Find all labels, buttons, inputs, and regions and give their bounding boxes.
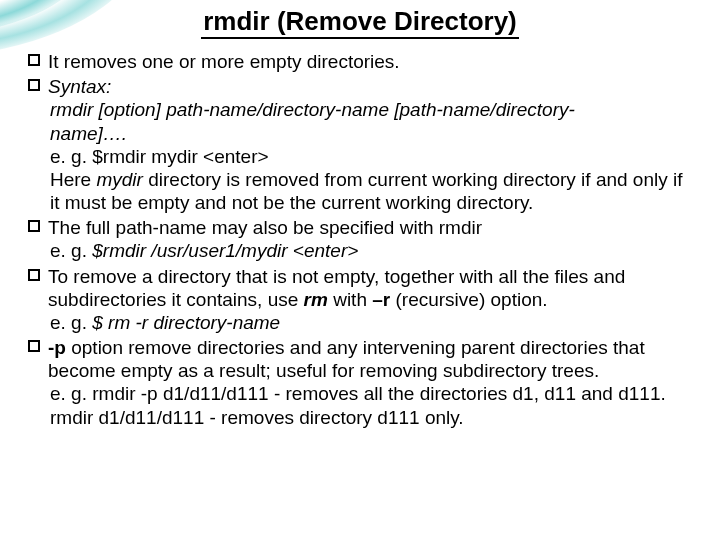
bullet-square-icon [28, 269, 40, 281]
example-line: e. g. rmdir -p d1/d11/d111 - removes all… [50, 382, 696, 405]
eg-prefix: e. g. [50, 240, 92, 261]
syntax-line: name]…. [50, 122, 696, 145]
bullet-item: It removes one or more empty directories… [28, 50, 696, 73]
bullet-item: Syntax: rmdir [option] path-name/directo… [28, 75, 696, 214]
bullet-text: It removes one or more empty directories… [48, 50, 696, 73]
example-line: e. g. $rmdir /usr/user1/mydir <enter> [50, 239, 696, 262]
bullet-text: Syntax: [48, 75, 696, 98]
bullet-text: To remove a directory that is not empty,… [48, 265, 696, 311]
slide-title: rmdir (Remove Directory) [0, 6, 720, 37]
bullet-square-icon [28, 79, 40, 91]
bullet-square-icon [28, 54, 40, 66]
line-part: with [328, 289, 372, 310]
syntax-text: name]…. [50, 123, 127, 144]
bullet-square-icon [28, 340, 40, 352]
example-line: e. g. $rmdir mydir <enter> [50, 145, 696, 168]
example-line: e. g. $ rm -r directory-name [50, 311, 696, 334]
bullet-text: -p option remove directories and any int… [48, 336, 696, 382]
syntax-label: Syntax: [48, 76, 111, 97]
example-line: rmdir d1/d11/d111 - removes directory d1… [50, 406, 696, 429]
bullet-item: -p option remove directories and any int… [28, 336, 696, 429]
bullet-item: The full path-name may also be specified… [28, 216, 696, 262]
desc-part: Here [50, 169, 96, 190]
line-part: option remove directories and any interv… [48, 337, 645, 381]
rm-keyword: rm [304, 289, 328, 310]
eg-prefix: e. g. [50, 146, 92, 167]
syntax-text: rmdir [option] path-name/directory-name … [50, 99, 575, 120]
slide-content: It removes one or more empty directories… [28, 50, 696, 431]
eg-command: $rmdir mydir <enter> [92, 146, 268, 167]
slide: rmdir (Remove Directory) It removes one … [0, 0, 720, 540]
eg-prefix: e. g. [50, 312, 92, 333]
line-part: (recursive) option. [390, 289, 547, 310]
flag-p: -p [48, 337, 66, 358]
flag-r: –r [372, 289, 390, 310]
desc-mydir: mydir [96, 169, 142, 190]
bullet-square-icon [28, 220, 40, 232]
bullet-item: To remove a directory that is not empty,… [28, 265, 696, 335]
desc-part: directory is removed from current workin… [50, 169, 683, 213]
bullet-text: The full path-name may also be specified… [48, 216, 696, 239]
syntax-line: rmdir [option] path-name/directory-name … [50, 98, 696, 121]
eg-command: $ rm -r directory-name [92, 312, 280, 333]
eg-command: $rmdir /usr/user1/mydir <enter> [92, 240, 358, 261]
description-line: Here mydir directory is removed from cur… [50, 168, 696, 214]
title-text: rmdir (Remove Directory) [201, 6, 519, 39]
